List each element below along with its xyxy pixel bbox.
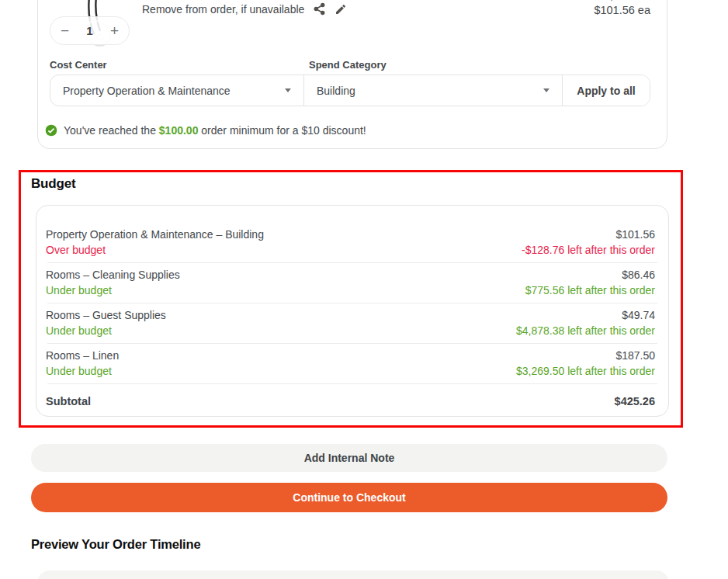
budget-row: Rooms – Guest Supplies $49.74 Under budg… xyxy=(36,303,668,343)
subtotal-row: Subtotal $425.26 xyxy=(36,384,668,409)
discount-banner: You've reached the $100.00 order minimum… xyxy=(45,124,366,137)
budget-row: Rooms – Linen $187.50 Under budget $3,26… xyxy=(36,344,668,383)
budget-line-amount: $187.50 xyxy=(615,348,655,363)
subtotal-label: Subtotal xyxy=(46,394,91,409)
add-internal-note-button[interactable]: Add Internal Note xyxy=(31,444,667,472)
budget-row-main-line: Rooms – Cleaning Supplies $86.46 xyxy=(46,267,655,283)
minimum-amount: $100.00 xyxy=(159,124,199,137)
chevron-down-icon xyxy=(285,88,291,92)
cost-center-select[interactable]: Property Operation & Maintenance xyxy=(50,75,303,106)
edit-icon[interactable] xyxy=(335,3,347,16)
budget-status-label: Under budget xyxy=(46,283,112,298)
budget-line-name: Rooms – Guest Supplies xyxy=(46,307,166,323)
quantity-stepper: − 1 + xyxy=(50,16,130,45)
budget-status-label: Under budget xyxy=(46,323,112,338)
budget-line-amount: $101.56 xyxy=(615,227,655,242)
continue-to-checkout-button[interactable]: Continue to Checkout xyxy=(31,483,667,512)
discount-message: You've reached the $100.00 order minimum… xyxy=(64,124,366,137)
budget-row-main-line: Rooms – Guest Supplies $49.74 xyxy=(46,307,655,323)
budget-row-main-line: Property Operation & Maintenance – Build… xyxy=(46,227,655,242)
budget-row: Rooms – Cleaning Supplies $86.46 Under b… xyxy=(36,263,668,303)
budget-line-amount: $49.74 xyxy=(622,307,655,323)
budget-status-label: Over budget xyxy=(46,242,106,258)
budget-row-status-line: Under budget $775.56 left after this ord… xyxy=(46,283,655,298)
remove-if-unavailable-label: Remove from order, if unavailable xyxy=(142,3,304,16)
cart-page: Remove from order, if unavailable $101.5… xyxy=(0,0,728,579)
budget-row: Property Operation & Maintenance – Build… xyxy=(36,223,668,262)
cost-center-value: Property Operation & Maintenance xyxy=(63,85,231,97)
budget-card: Property Operation & Maintenance – Build… xyxy=(36,205,669,417)
allocation-controls: Property Operation & Maintenance Buildin… xyxy=(50,75,650,106)
quantity-value: 1 xyxy=(86,24,92,37)
budget-line-name: Property Operation & Maintenance – Build… xyxy=(46,227,264,242)
budget-remaining-label: -$128.76 left after this order xyxy=(522,242,655,258)
budget-remaining-label: $775.56 left after this order xyxy=(525,283,655,298)
budget-rows: Property Operation & Maintenance – Build… xyxy=(36,223,668,384)
budget-row-status-line: Under budget $4,878.38 left after this o… xyxy=(46,323,655,338)
discount-message-prefix: You've reached the xyxy=(64,124,159,137)
spend-category-select[interactable]: Building xyxy=(303,75,562,106)
spend-category-value: Building xyxy=(317,85,355,97)
budget-line-name: Rooms – Linen xyxy=(46,348,119,363)
budget-heading: Budget xyxy=(31,176,75,192)
timeline-heading: Preview Your Order Timeline xyxy=(31,537,200,552)
quantity-increase-button[interactable]: + xyxy=(110,23,119,38)
subtotal-value: $425.26 xyxy=(615,394,655,409)
item-unit-price: $101.56 ea xyxy=(594,4,650,16)
apply-to-all-button[interactable]: Apply to all xyxy=(562,75,650,106)
item-total-price: $101.56 xyxy=(608,0,650,2)
share-icon[interactable] xyxy=(313,2,326,16)
remove-note-row: Remove from order, if unavailable xyxy=(142,2,347,16)
quantity-decrease-button[interactable]: − xyxy=(61,23,69,38)
budget-line-name: Rooms – Cleaning Supplies xyxy=(46,267,180,283)
budget-remaining-label: $3,269.50 left after this order xyxy=(516,363,655,379)
cost-center-label: Cost Center xyxy=(50,59,107,71)
budget-status-label: Under budget xyxy=(46,363,112,379)
timeline-panel xyxy=(37,570,669,579)
check-circle-icon xyxy=(45,124,57,137)
budget-line-amount: $86.46 xyxy=(622,267,655,283)
budget-remaining-label: $4,878.38 left after this order xyxy=(516,323,655,338)
chevron-down-icon xyxy=(543,88,549,92)
budget-row-main-line: Rooms – Linen $187.50 xyxy=(46,348,655,363)
discount-message-suffix: order minimum for a $10 discount! xyxy=(198,124,366,137)
spend-category-label: Spend Category xyxy=(309,59,387,71)
budget-row-status-line: Under budget $3,269.50 left after this o… xyxy=(46,363,655,379)
budget-row-status-line: Over budget -$128.76 left after this ord… xyxy=(46,242,655,258)
